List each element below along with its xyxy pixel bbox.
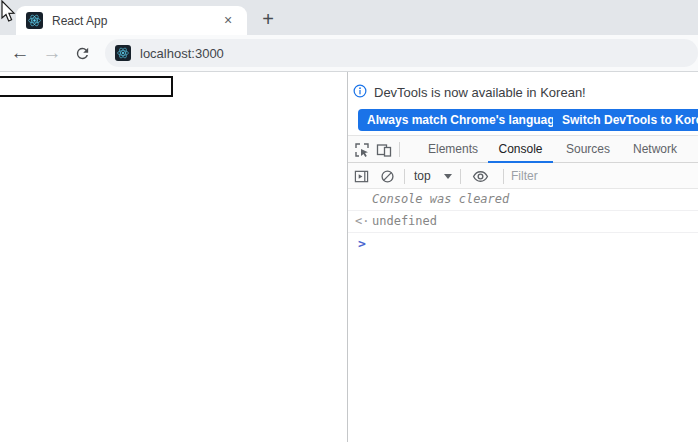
react-favicon-icon	[115, 45, 131, 61]
page-text-input[interactable]	[0, 76, 173, 97]
always-match-language-button[interactable]: Always match Chrome's language	[358, 109, 570, 131]
devtools-tabbar: Elements Console Sources Network	[348, 136, 698, 163]
tab-sources[interactable]: Sources	[560, 136, 616, 163]
tab-elements[interactable]: Elements	[421, 136, 485, 163]
react-favicon-icon	[26, 12, 43, 29]
browser-toolbar: ← → localhost:3000	[0, 35, 698, 72]
page-content	[0, 72, 347, 442]
browser-tab-react-app[interactable]: React App ×	[16, 6, 247, 35]
live-expression-eye-icon[interactable]	[472, 168, 489, 185]
infobar-message: DevTools is now available in Korean!	[374, 85, 586, 100]
url-text: localhost:3000	[140, 46, 224, 61]
console-messages: Console was cleared <·undefined >	[348, 189, 698, 255]
console-sidebar-icon[interactable]	[353, 168, 370, 185]
toolbar-separator	[503, 169, 504, 184]
filter-input[interactable]	[511, 166, 691, 186]
return-value-icon: <·	[355, 211, 369, 232]
tab-console[interactable]: Console	[488, 136, 553, 163]
chevron-down-icon	[444, 174, 452, 179]
reload-icon[interactable]	[68, 35, 96, 71]
device-toolbar-icon[interactable]	[375, 141, 392, 158]
devtools-panel: DevTools is now available in Korean! Alw…	[348, 72, 698, 442]
toolbar-separator	[404, 169, 405, 184]
context-selector[interactable]: top	[414, 163, 431, 189]
tab-title: React App	[52, 14, 107, 28]
console-toolbar: top	[348, 163, 698, 189]
console-cleared-message: Console was cleared	[348, 189, 698, 211]
back-icon[interactable]: ←	[6, 35, 34, 71]
inspect-element-icon[interactable]	[353, 141, 370, 158]
info-icon	[353, 84, 367, 98]
toolbar-separator	[399, 142, 400, 157]
clear-console-icon[interactable]	[379, 168, 396, 185]
tab-close-icon[interactable]: ×	[219, 12, 237, 30]
address-bar[interactable]: localhost:3000	[105, 39, 698, 67]
new-tab-button[interactable]: +	[256, 8, 280, 32]
tab-strip: React App × +	[0, 0, 698, 35]
console-prompt-row[interactable]: >	[348, 233, 698, 255]
tab-network[interactable]: Network	[626, 136, 684, 163]
console-result-row: <·undefined	[348, 211, 698, 233]
devtools-language-infobar: DevTools is now available in Korean! Alw…	[348, 72, 698, 136]
console-prompt-icon: >	[358, 233, 366, 255]
switch-devtools-korean-button[interactable]: Switch DevTools to Korean	[553, 109, 698, 131]
toolbar-separator	[460, 169, 461, 184]
result-value: undefined	[372, 214, 437, 228]
forward-icon[interactable]: →	[38, 35, 66, 71]
